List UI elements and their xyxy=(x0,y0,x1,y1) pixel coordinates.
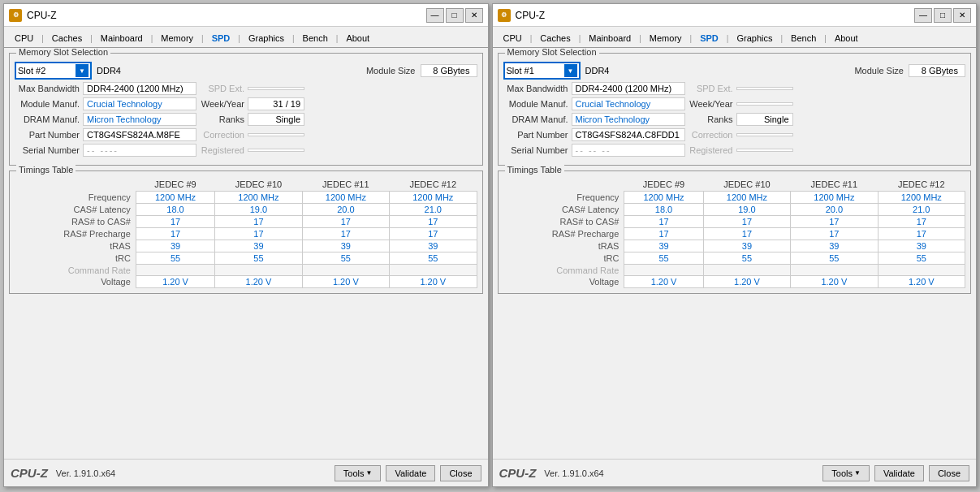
tab-graphics[interactable]: Graphics xyxy=(241,31,291,45)
maximize-button[interactable]: □ xyxy=(934,8,952,23)
correction-value xyxy=(248,133,304,136)
timing-cell: 18.0 xyxy=(136,204,214,216)
timing-row: tRC55555555 xyxy=(503,252,965,265)
close-button[interactable]: Close xyxy=(440,465,481,481)
spd-content: Memory Slot Selection Slot #1 ▼ DDR4 Mod… xyxy=(493,48,977,459)
jedec-col-header: JEDEC #12 xyxy=(878,178,965,192)
minimize-button[interactable]: — xyxy=(426,8,444,23)
tab-bench[interactable]: Bench xyxy=(296,31,335,45)
slot-selector[interactable]: Slot #2 ▼ xyxy=(15,62,92,80)
tab-caches[interactable]: Caches xyxy=(533,31,577,45)
timing-row-label: tRAS xyxy=(503,240,624,252)
timing-cell xyxy=(390,265,477,276)
timing-cell: 17 xyxy=(302,228,389,240)
tab-caches[interactable]: Caches xyxy=(45,31,89,45)
ddr-type: DDR4 xyxy=(97,66,361,76)
timing-row-label: tRC xyxy=(15,252,136,265)
timings-group: Timings TableJEDEC #9JEDEC #10JEDEC #11J… xyxy=(9,170,483,294)
validate-button[interactable]: Validate xyxy=(386,465,435,481)
tab-spd[interactable]: SPD xyxy=(205,31,238,45)
ranks-label: Ranks xyxy=(689,114,733,124)
title-bar: ⚙ CPU-Z — □ ✕ xyxy=(4,4,488,27)
timing-row-label: CAS# Latency xyxy=(503,204,624,216)
footer-version: Ver. 1.91.0.x64 xyxy=(56,468,115,478)
timing-cell: 55 xyxy=(302,252,389,265)
window-controls: — □ ✕ xyxy=(426,8,483,23)
ranks-value: Single xyxy=(736,113,793,126)
timing-cell: 1200 MHz xyxy=(791,192,878,204)
timing-cell: 17 xyxy=(390,228,477,240)
part-number-value: CT8G4SFS824A.C8FDD1 xyxy=(572,128,685,141)
tab-spd[interactable]: SPD xyxy=(693,31,726,45)
tools-button[interactable]: Tools ▼ xyxy=(822,465,870,481)
timing-cell: 55 xyxy=(791,252,878,265)
timing-cell: 1200 MHz xyxy=(624,192,703,204)
timing-cell: 1200 MHz xyxy=(703,192,790,204)
timing-row: Voltage1.20 V1.20 V1.20 V1.20 V xyxy=(503,276,965,288)
timing-row: Command Rate xyxy=(503,265,965,276)
timing-cell: 39 xyxy=(136,240,214,252)
tab-bar: CPU|Caches|Mainboard|Memory|SPD|Graphics… xyxy=(4,27,488,48)
tab-bar: CPU|Caches|Mainboard|Memory|SPD|Graphics… xyxy=(493,27,977,48)
tab-memory[interactable]: Memory xyxy=(642,31,689,45)
timing-cell: 39 xyxy=(878,240,965,252)
dram-manuf-label: DRAM Manuf. xyxy=(503,114,568,124)
tab-graphics[interactable]: Graphics xyxy=(729,31,779,45)
footer-brand: CPU-Z xyxy=(11,466,48,480)
timing-cell: 21.0 xyxy=(878,204,965,216)
timing-row-label: Voltage xyxy=(503,276,624,288)
timing-cell: 21.0 xyxy=(390,204,477,216)
timing-cell: 39 xyxy=(390,240,477,252)
serial-number-value: -- -- -- xyxy=(572,144,685,157)
tab-about[interactable]: About xyxy=(827,31,866,45)
tab-mainboard[interactable]: Mainboard xyxy=(581,31,638,45)
tools-button[interactable]: Tools ▼ xyxy=(335,465,382,481)
timings-group: Timings TableJEDEC #9JEDEC #10JEDEC #11J… xyxy=(498,170,972,294)
timing-cell: 20.0 xyxy=(791,204,878,216)
minimize-button[interactable]: — xyxy=(914,8,932,23)
tab-mainboard[interactable]: Mainboard xyxy=(93,31,150,45)
tab-cpu[interactable]: CPU xyxy=(496,31,529,45)
timing-row: RAS# Precharge17171717 xyxy=(15,228,477,240)
dram-manuf-value: Micron Technology xyxy=(572,113,685,126)
timing-row-label: tRC xyxy=(503,252,624,265)
module-manuf-value: Crucial Technology xyxy=(83,97,196,110)
memory-slot-group: Memory Slot Selection Slot #2 ▼ DDR4 Mod… xyxy=(9,53,483,166)
close-window-button[interactable]: ✕ xyxy=(465,8,483,23)
timing-row: RAS# Precharge17171717 xyxy=(503,228,965,240)
timings-table: JEDEC #9JEDEC #10JEDEC #11JEDEC #12Frequ… xyxy=(15,178,477,288)
close-button[interactable]: Close xyxy=(929,465,969,481)
timing-row: CAS# Latency18.019.020.021.0 xyxy=(503,204,965,216)
timing-cell: 55 xyxy=(878,252,965,265)
maximize-button[interactable]: □ xyxy=(446,8,464,23)
timing-cell: 17 xyxy=(136,216,214,228)
timing-cell: 17 xyxy=(791,216,878,228)
tab-cpu[interactable]: CPU xyxy=(7,31,41,45)
slot-dropdown-arrow[interactable]: ▼ xyxy=(564,64,577,77)
week-year-value: 31 / 19 xyxy=(248,97,304,110)
serial-number-label: Serial Number xyxy=(503,145,568,155)
timing-cell: 1200 MHz xyxy=(136,192,214,204)
footer-version: Ver. 1.91.0.x64 xyxy=(544,468,603,478)
slot-selector[interactable]: Slot #1 ▼ xyxy=(503,62,581,80)
registered-label: Registered xyxy=(689,145,733,155)
timing-cell: 1.20 V xyxy=(390,276,477,288)
jedec-col-header: JEDEC #10 xyxy=(703,178,790,192)
close-window-button[interactable]: ✕ xyxy=(953,8,971,23)
tab-about[interactable]: About xyxy=(339,31,377,45)
dram-manuf-label: DRAM Manuf. xyxy=(15,114,80,124)
spd-ext-value xyxy=(736,87,793,90)
timing-cell: 17 xyxy=(136,228,214,240)
tab-bench[interactable]: Bench xyxy=(784,31,823,45)
timing-row-label: tRAS xyxy=(15,240,136,252)
timing-cell xyxy=(703,265,790,276)
module-manuf-label: Module Manuf. xyxy=(15,99,80,109)
slot-value: Slot #2 xyxy=(18,66,76,76)
window-title: CPU-Z xyxy=(27,10,426,21)
tab-memory[interactable]: Memory xyxy=(153,31,201,45)
timing-row-label: RAS# to CAS# xyxy=(15,216,136,228)
close-label: Close xyxy=(938,468,961,478)
validate-button[interactable]: Validate xyxy=(874,465,924,481)
slot-dropdown-arrow[interactable]: ▼ xyxy=(76,64,89,77)
timing-cell: 39 xyxy=(624,240,703,252)
